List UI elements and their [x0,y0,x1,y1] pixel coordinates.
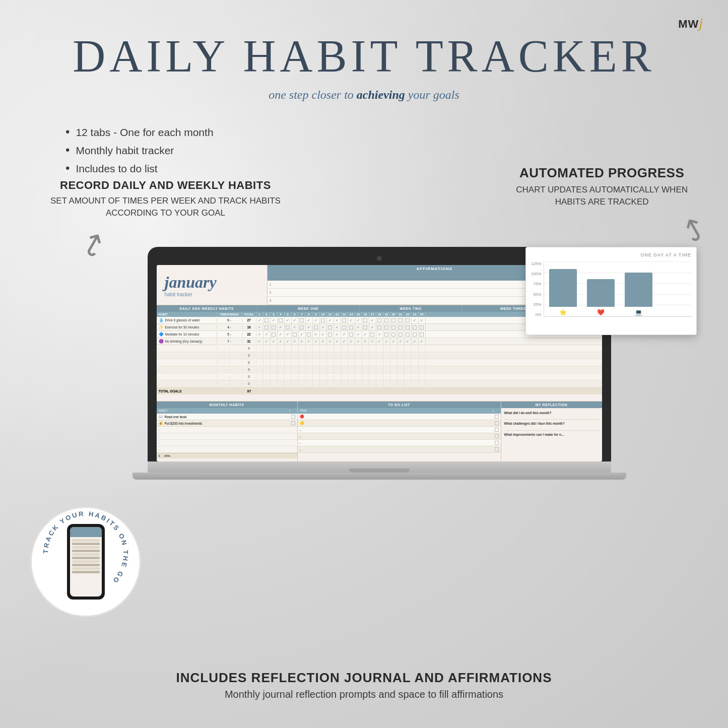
cb-3-5[interactable]: ✓ [285,331,292,338]
cb-4-16[interactable]: ✓ [362,338,369,345]
cb-1-23[interactable]: ✓ [412,317,419,324]
cb-3-16[interactable]: ✓ [362,331,369,338]
cb-3-22[interactable] [405,331,412,338]
cb-4-7[interactable]: ✓ [299,338,306,345]
cb-4-19[interactable]: ✓ [383,338,390,345]
cb-4-5[interactable]: ✓ [285,338,292,345]
cb-2-1[interactable]: ✓ [256,324,263,331]
cb-4-4[interactable]: ✓ [278,338,285,345]
cb-3-17[interactable] [369,331,376,338]
cb-2-19[interactable] [383,324,390,331]
cb-4-3[interactable]: ✓ [271,338,278,345]
cb-3-13[interactable]: ✓ [341,331,348,338]
cb-2-17[interactable]: ✓ [369,324,376,331]
cb-2-24[interactable] [419,324,426,331]
cb-1-4[interactable] [278,317,285,324]
cb-1-24[interactable]: ✓ [419,317,426,324]
cb-2-11[interactable] [327,324,334,331]
cb-4-20[interactable]: ✓ [390,338,398,345]
cb-2-22[interactable] [405,324,412,331]
cb-4-17[interactable]: ✓ [369,338,376,345]
cb-4-18[interactable]: ✓ [376,338,383,345]
cb-4-2[interactable]: ✓ [263,338,271,345]
cb-4-8[interactable]: ✓ [306,338,313,345]
cb-3-4[interactable]: ✓ [278,331,285,338]
cb-4-13[interactable]: ✓ [341,338,348,345]
cb-4-12[interactable]: ✓ [334,338,341,345]
cb-2-6[interactable]: ✓ [292,324,299,331]
cb-2-15[interactable]: ✓ [355,324,362,331]
cb-1-21[interactable] [398,317,405,324]
month-title: january [165,273,217,292]
cb-4-21[interactable]: ✓ [398,338,405,345]
cb-1-13[interactable] [341,317,348,324]
cb-1-20[interactable] [390,317,398,324]
cb-3-15[interactable]: ✓ [355,331,362,338]
cb-3-9[interactable]: ✓ [313,331,320,338]
cb-4-15[interactable]: ✓ [355,338,362,345]
cb-2-18[interactable] [376,324,383,331]
cb-2-21[interactable] [398,324,405,331]
cb-1-1[interactable]: ✓ [256,317,263,324]
cb-4-22[interactable]: ✓ [405,338,412,345]
cb-2-13[interactable] [341,324,348,331]
cb-1-6[interactable]: ✓ [292,317,299,324]
cb-3-1[interactable]: ✓ [256,331,263,338]
day-24-header: 24 [419,312,426,317]
cb-1-16[interactable] [362,317,369,324]
cb-1-9[interactable]: ✓ [313,317,320,324]
cb-3-12[interactable]: ✓ [334,331,341,338]
cb-4-10[interactable]: ✓ [320,338,327,345]
cb-1-7[interactable] [299,317,306,324]
cb-3-14[interactable] [348,331,355,338]
cb-2-14[interactable] [348,324,355,331]
cb-2-16[interactable] [362,324,369,331]
cb-2-12[interactable]: ✓ [334,324,341,331]
cb-2-23[interactable] [412,324,419,331]
cb-2-4[interactable]: ✓ [278,324,285,331]
cb-3-18[interactable]: ✓ [376,331,383,338]
cb-1-14[interactable]: ✓ [348,317,355,324]
cb-3-11[interactable] [327,331,334,338]
cb-2-7[interactable] [299,324,306,331]
cb-2-5[interactable] [285,324,292,331]
cb-1-8[interactable]: ✓ [306,317,313,324]
cb-1-5[interactable]: ✓ [285,317,292,324]
cb-2-9[interactable] [313,324,320,331]
cb-3-7[interactable]: ✓ [299,331,306,338]
cb-1-2[interactable] [263,317,271,324]
cb-4-14[interactable]: ✓ [348,338,355,345]
cb-4-9[interactable]: ✓ [313,338,320,345]
day-7-header: 7 [299,312,306,317]
cb-1-15[interactable]: ✓ [355,317,362,324]
cb-2-2[interactable] [263,324,271,331]
cb-4-1[interactable]: ✓ [256,338,263,345]
cb-2-3[interactable] [271,324,278,331]
chart-title: ONE DAY AT A TIME [531,252,691,257]
cb-3-3[interactable] [271,331,278,338]
cb-4-24[interactable]: ✓ [419,338,426,345]
cb-4-6[interactable]: ✓ [292,338,299,345]
cb-3-24[interactable] [419,331,426,338]
cb-3-23[interactable] [412,331,419,338]
cb-3-20[interactable] [390,331,398,338]
cb-1-17[interactable]: ✓ [369,317,376,324]
cb-3-21[interactable] [398,331,405,338]
cb-1-3[interactable]: ✓ [271,317,278,324]
cb-1-10[interactable] [320,317,327,324]
cb-1-12[interactable]: ✓ [334,317,341,324]
cb-3-19[interactable] [383,331,390,338]
cb-1-19[interactable] [383,317,390,324]
cb-2-10[interactable]: ✓ [320,324,327,331]
cb-3-8[interactable] [306,331,313,338]
cb-4-11[interactable]: ✓ [327,338,334,345]
cb-2-8[interactable]: ✓ [306,324,313,331]
cb-3-6[interactable] [292,331,299,338]
cb-1-18[interactable] [376,317,383,324]
cb-1-22[interactable] [405,317,412,324]
cb-3-2[interactable]: ✓ [263,331,271,338]
cb-4-23[interactable]: ✓ [412,338,419,345]
cb-1-11[interactable]: ✓ [327,317,334,324]
cb-3-10[interactable]: ✓ [320,331,327,338]
cb-2-20[interactable] [390,324,398,331]
